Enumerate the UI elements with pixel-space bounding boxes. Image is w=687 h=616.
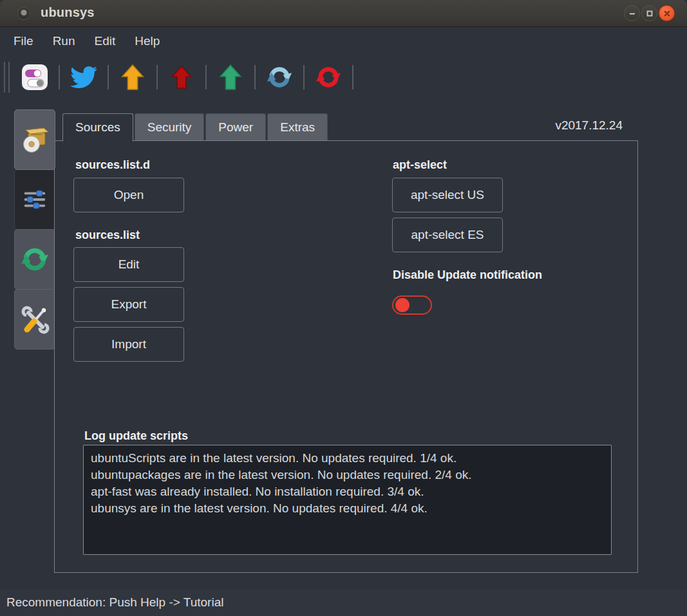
log-line: apt-fast was already installed. No insta…	[91, 483, 604, 500]
sync-green-icon	[20, 245, 50, 274]
twitter-icon	[70, 64, 97, 91]
menu-file[interactable]: File	[4, 27, 43, 55]
statusbar: Recommendation: Push Help -> Tutorial	[0, 589, 687, 616]
sidebar-tab-tools[interactable]	[14, 289, 55, 350]
disable-update-notification-toggle[interactable]	[392, 295, 432, 315]
sidebar-tab-packages[interactable]	[14, 109, 55, 170]
toolbar-separator	[156, 65, 158, 89]
arrow-up-red-icon	[171, 64, 193, 91]
toolbar-full-upgrade-button[interactable]	[216, 61, 245, 93]
toolbar	[0, 55, 687, 100]
menu-edit[interactable]: Edit	[84, 27, 125, 55]
titlebar: ubunsys	[0, 0, 687, 27]
sidebar-tab-sync[interactable]	[14, 229, 55, 290]
toggles-app-icon	[21, 63, 49, 91]
ubunsys-window: { "titlebar": { "title": "ubunsys" }, "m…	[0, 0, 687, 616]
toolbar-toggles-app-button[interactable]	[20, 61, 50, 93]
tab-bar: Sources Security Power Extras	[62, 113, 329, 142]
version-label: v2017.12.24	[555, 118, 623, 133]
sliders-icon	[20, 185, 50, 214]
menu-run[interactable]: Run	[43, 27, 85, 55]
app-window-icon	[17, 7, 30, 20]
edit-button[interactable]: Edit	[73, 247, 184, 282]
toolbar-separator	[303, 65, 305, 89]
package-cd-icon	[19, 124, 50, 155]
close-button[interactable]	[659, 5, 675, 21]
toolbar-refresh-button[interactable]	[265, 61, 294, 93]
tab-security[interactable]: Security	[135, 113, 205, 140]
log-line: ubuntupackages are in the latest version…	[91, 467, 604, 483]
arrow-up-orange-icon	[120, 64, 145, 91]
close-icon	[663, 10, 671, 17]
arrow-up-green-icon	[218, 64, 243, 91]
log-update-scripts-label: Log update scripts	[84, 429, 188, 443]
minimize-button[interactable]	[624, 5, 640, 21]
menu-help[interactable]: Help	[125, 27, 169, 55]
tab-extras[interactable]: Extras	[267, 113, 328, 140]
sync-red-icon	[315, 64, 342, 91]
toolbar-separator	[205, 65, 207, 89]
toolbar-separator	[352, 65, 353, 89]
toolbar-dist-upgrade-button[interactable]	[167, 61, 196, 93]
export-button[interactable]: Export	[73, 287, 184, 322]
maximize-icon	[646, 10, 654, 17]
window-title: ubunsys	[41, 5, 95, 20]
sidebar-tab-tweaks[interactable]	[14, 169, 55, 230]
minimize-icon	[628, 10, 636, 17]
apt-select-us-button[interactable]: apt-select US	[392, 178, 503, 212]
apt-select-label: apt-select	[393, 158, 447, 172]
sources-list-label: sources.list	[75, 229, 140, 242]
toolbar-update-button[interactable]	[314, 61, 343, 93]
tab-sources[interactable]: Sources	[62, 113, 133, 142]
apt-select-es-button[interactable]: apt-select ES	[392, 218, 503, 252]
maximize-button[interactable]	[641, 5, 657, 21]
toolbar-separator	[108, 65, 109, 89]
sync-blue-icon	[266, 64, 293, 91]
open-button[interactable]: Open	[73, 178, 184, 212]
log-output-textarea[interactable]: ubuntuScripts are in the latest version.…	[83, 445, 612, 555]
toolbar-separator	[254, 65, 256, 89]
log-line: ubunsys are in the latest version. No up…	[91, 500, 604, 517]
disable-update-notification-label: Disable Update notification	[393, 268, 542, 282]
tab-power[interactable]: Power	[205, 113, 266, 140]
toggle-knob	[395, 298, 409, 312]
log-line: ubuntuScripts are in the latest version.…	[91, 450, 604, 467]
sources-list-d-label: sources.list.d	[75, 158, 150, 172]
toolbar-drag-handle[interactable]	[4, 62, 10, 93]
tools-icon	[19, 304, 50, 335]
import-button[interactable]: Import	[73, 327, 184, 362]
menubar: File Run Edit Help	[0, 27, 687, 55]
statusbar-recommendation-text: Recommendation: Push Help -> Tutorial	[6, 595, 223, 610]
toolbar-separator	[59, 65, 60, 89]
toolbar-upgrade-button[interactable]	[118, 61, 147, 93]
toolbar-twitter-button[interactable]	[69, 61, 99, 93]
